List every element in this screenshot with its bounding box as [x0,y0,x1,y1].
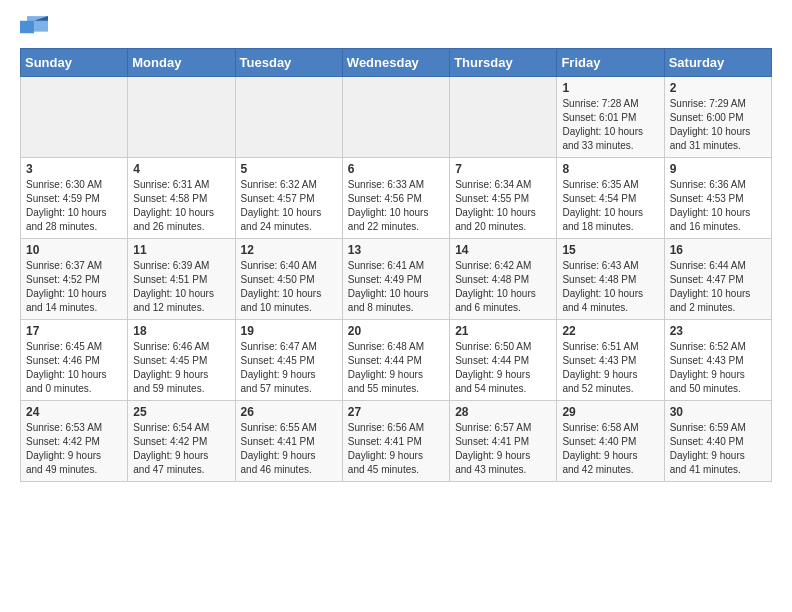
day-info: Sunrise: 6:31 AM Sunset: 4:58 PM Dayligh… [133,178,229,234]
day-number: 10 [26,243,122,257]
day-number: 7 [455,162,551,176]
day-number: 4 [133,162,229,176]
day-number: 15 [562,243,658,257]
day-number: 30 [670,405,766,419]
day-info: Sunrise: 6:50 AM Sunset: 4:44 PM Dayligh… [455,340,551,396]
day-number: 13 [348,243,444,257]
day-info: Sunrise: 6:58 AM Sunset: 4:40 PM Dayligh… [562,421,658,477]
day-number: 23 [670,324,766,338]
day-info: Sunrise: 6:32 AM Sunset: 4:57 PM Dayligh… [241,178,337,234]
day-info: Sunrise: 6:39 AM Sunset: 4:51 PM Dayligh… [133,259,229,315]
day-info: Sunrise: 6:43 AM Sunset: 4:48 PM Dayligh… [562,259,658,315]
calendar-day-cell: 6Sunrise: 6:33 AM Sunset: 4:56 PM Daylig… [342,158,449,239]
day-number: 25 [133,405,229,419]
day-info: Sunrise: 6:46 AM Sunset: 4:45 PM Dayligh… [133,340,229,396]
calendar-day-cell: 4Sunrise: 6:31 AM Sunset: 4:58 PM Daylig… [128,158,235,239]
calendar-day-cell: 20Sunrise: 6:48 AM Sunset: 4:44 PM Dayli… [342,320,449,401]
day-number: 29 [562,405,658,419]
calendar-day-cell: 19Sunrise: 6:47 AM Sunset: 4:45 PM Dayli… [235,320,342,401]
day-info: Sunrise: 6:53 AM Sunset: 4:42 PM Dayligh… [26,421,122,477]
calendar-day-cell [342,77,449,158]
calendar-day-cell: 21Sunrise: 6:50 AM Sunset: 4:44 PM Dayli… [450,320,557,401]
calendar-day-cell: 12Sunrise: 6:40 AM Sunset: 4:50 PM Dayli… [235,239,342,320]
calendar-day-cell: 1Sunrise: 7:28 AM Sunset: 6:01 PM Daylig… [557,77,664,158]
day-info: Sunrise: 6:56 AM Sunset: 4:41 PM Dayligh… [348,421,444,477]
calendar-day-cell: 18Sunrise: 6:46 AM Sunset: 4:45 PM Dayli… [128,320,235,401]
weekday-header-tuesday: Tuesday [235,49,342,77]
day-number: 14 [455,243,551,257]
calendar-day-cell: 13Sunrise: 6:41 AM Sunset: 4:49 PM Dayli… [342,239,449,320]
day-number: 27 [348,405,444,419]
day-info: Sunrise: 6:34 AM Sunset: 4:55 PM Dayligh… [455,178,551,234]
day-info: Sunrise: 7:28 AM Sunset: 6:01 PM Dayligh… [562,97,658,153]
day-number: 21 [455,324,551,338]
day-number: 1 [562,81,658,95]
calendar-day-cell: 16Sunrise: 6:44 AM Sunset: 4:47 PM Dayli… [664,239,771,320]
day-number: 19 [241,324,337,338]
calendar-week-row: 24Sunrise: 6:53 AM Sunset: 4:42 PM Dayli… [21,401,772,482]
weekday-header-monday: Monday [128,49,235,77]
day-info: Sunrise: 6:59 AM Sunset: 4:40 PM Dayligh… [670,421,766,477]
day-info: Sunrise: 6:41 AM Sunset: 4:49 PM Dayligh… [348,259,444,315]
calendar-day-cell: 5Sunrise: 6:32 AM Sunset: 4:57 PM Daylig… [235,158,342,239]
calendar-week-row: 1Sunrise: 7:28 AM Sunset: 6:01 PM Daylig… [21,77,772,158]
weekday-header-thursday: Thursday [450,49,557,77]
day-number: 22 [562,324,658,338]
calendar-day-cell: 2Sunrise: 7:29 AM Sunset: 6:00 PM Daylig… [664,77,771,158]
logo [20,16,52,38]
day-number: 24 [26,405,122,419]
day-info: Sunrise: 6:45 AM Sunset: 4:46 PM Dayligh… [26,340,122,396]
day-info: Sunrise: 7:29 AM Sunset: 6:00 PM Dayligh… [670,97,766,153]
day-number: 28 [455,405,551,419]
day-info: Sunrise: 6:36 AM Sunset: 4:53 PM Dayligh… [670,178,766,234]
calendar-day-cell: 7Sunrise: 6:34 AM Sunset: 4:55 PM Daylig… [450,158,557,239]
calendar-day-cell: 3Sunrise: 6:30 AM Sunset: 4:59 PM Daylig… [21,158,128,239]
calendar-body: 1Sunrise: 7:28 AM Sunset: 6:01 PM Daylig… [21,77,772,482]
weekday-header-saturday: Saturday [664,49,771,77]
calendar-week-row: 10Sunrise: 6:37 AM Sunset: 4:52 PM Dayli… [21,239,772,320]
calendar-day-cell: 26Sunrise: 6:55 AM Sunset: 4:41 PM Dayli… [235,401,342,482]
calendar-week-row: 3Sunrise: 6:30 AM Sunset: 4:59 PM Daylig… [21,158,772,239]
day-info: Sunrise: 6:52 AM Sunset: 4:43 PM Dayligh… [670,340,766,396]
day-number: 12 [241,243,337,257]
day-info: Sunrise: 6:44 AM Sunset: 4:47 PM Dayligh… [670,259,766,315]
day-number: 5 [241,162,337,176]
day-number: 26 [241,405,337,419]
day-number: 2 [670,81,766,95]
day-info: Sunrise: 6:35 AM Sunset: 4:54 PM Dayligh… [562,178,658,234]
day-info: Sunrise: 6:54 AM Sunset: 4:42 PM Dayligh… [133,421,229,477]
weekday-header-sunday: Sunday [21,49,128,77]
logo-icon [20,16,48,38]
day-number: 8 [562,162,658,176]
calendar-day-cell: 23Sunrise: 6:52 AM Sunset: 4:43 PM Dayli… [664,320,771,401]
day-number: 17 [26,324,122,338]
day-number: 11 [133,243,229,257]
day-number: 9 [670,162,766,176]
day-info: Sunrise: 6:37 AM Sunset: 4:52 PM Dayligh… [26,259,122,315]
calendar-table: SundayMondayTuesdayWednesdayThursdayFrid… [20,48,772,482]
weekday-header-friday: Friday [557,49,664,77]
day-info: Sunrise: 6:55 AM Sunset: 4:41 PM Dayligh… [241,421,337,477]
calendar-day-cell: 25Sunrise: 6:54 AM Sunset: 4:42 PM Dayli… [128,401,235,482]
day-info: Sunrise: 6:33 AM Sunset: 4:56 PM Dayligh… [348,178,444,234]
calendar-day-cell: 24Sunrise: 6:53 AM Sunset: 4:42 PM Dayli… [21,401,128,482]
calendar-day-cell: 28Sunrise: 6:57 AM Sunset: 4:41 PM Dayli… [450,401,557,482]
day-info: Sunrise: 6:51 AM Sunset: 4:43 PM Dayligh… [562,340,658,396]
day-info: Sunrise: 6:47 AM Sunset: 4:45 PM Dayligh… [241,340,337,396]
calendar-day-cell: 10Sunrise: 6:37 AM Sunset: 4:52 PM Dayli… [21,239,128,320]
day-info: Sunrise: 6:42 AM Sunset: 4:48 PM Dayligh… [455,259,551,315]
calendar-header-row: SundayMondayTuesdayWednesdayThursdayFrid… [21,49,772,77]
calendar-day-cell [128,77,235,158]
calendar-day-cell: 15Sunrise: 6:43 AM Sunset: 4:48 PM Dayli… [557,239,664,320]
calendar-day-cell: 9Sunrise: 6:36 AM Sunset: 4:53 PM Daylig… [664,158,771,239]
page-header [20,16,772,38]
weekday-header-wednesday: Wednesday [342,49,449,77]
calendar-day-cell [21,77,128,158]
day-number: 3 [26,162,122,176]
day-info: Sunrise: 6:48 AM Sunset: 4:44 PM Dayligh… [348,340,444,396]
calendar-day-cell: 30Sunrise: 6:59 AM Sunset: 4:40 PM Dayli… [664,401,771,482]
day-number: 20 [348,324,444,338]
day-number: 18 [133,324,229,338]
calendar-day-cell: 14Sunrise: 6:42 AM Sunset: 4:48 PM Dayli… [450,239,557,320]
calendar-day-cell [450,77,557,158]
